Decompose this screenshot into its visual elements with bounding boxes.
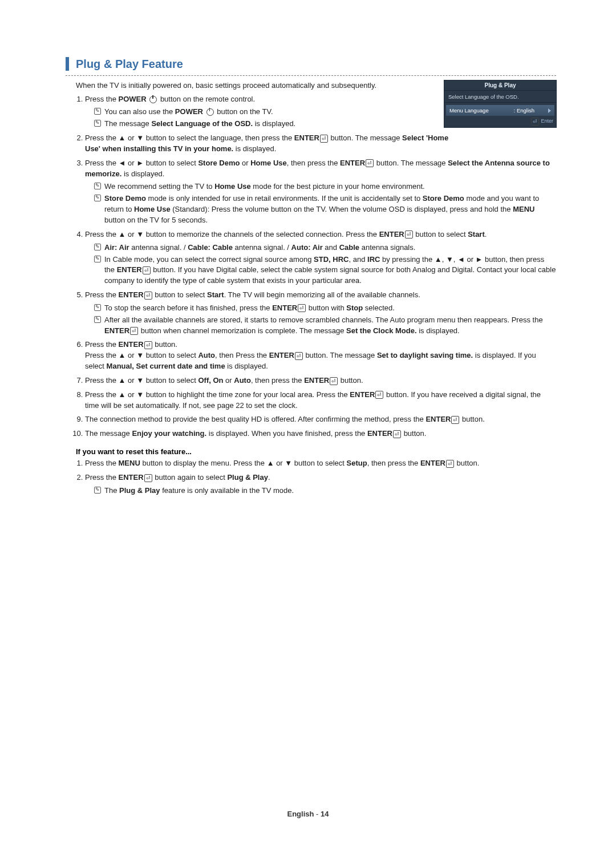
note: The Plug & Play feature is only availabl…	[94, 486, 556, 496]
note: You can also use the POWER button on the…	[94, 107, 556, 118]
step-4: Press the ▲ or ▼ button to memorize the …	[85, 229, 556, 286]
reset-steps-list: Press the MENU button to display the men…	[66, 458, 556, 496]
note: In Cable mode, you can select the correc…	[94, 254, 556, 287]
enter-icon: ⏎	[451, 416, 459, 424]
reset-step-1: Press the MENU button to display the men…	[85, 458, 556, 469]
enter-icon: ⏎	[446, 460, 454, 468]
enter-icon: ⏎	[375, 391, 383, 399]
step-2: Press the ▲ or ▼ button to select the la…	[85, 133, 450, 155]
enter-icon: ⏎	[295, 352, 303, 360]
note: The message Select Language of the OSD. …	[94, 119, 556, 130]
note: After all the available channels are sto…	[94, 315, 556, 337]
enter-icon: ⏎	[405, 231, 413, 238]
footer-page-number: 14	[321, 810, 329, 818]
step-8: Press the ▲ or ▼ button to highlight the…	[85, 390, 556, 411]
step-9: The connection method to provide the bes…	[85, 414, 556, 425]
step-6: Press the ENTER⏎ button. Press the ▲ or …	[85, 339, 556, 372]
enter-icon: ⏎	[366, 159, 374, 167]
step-3: Press the ◄ or ► button to select Store …	[85, 158, 556, 226]
divider	[66, 75, 556, 76]
note: We recommend setting the TV to Home Use …	[94, 181, 556, 192]
page-footer: English - 14	[0, 810, 616, 818]
osd-instruction: Select Language of the OSD.	[444, 91, 557, 103]
enter-icon: ⏎	[320, 135, 328, 143]
enter-icon: ⏎	[298, 304, 306, 312]
reset-step-2: Press the ENTER⏎ button again to select …	[85, 472, 556, 496]
power-icon	[206, 108, 214, 116]
section-header: Plug & Play Feature	[66, 57, 556, 71]
reset-heading: If you want to reset this feature...	[76, 447, 556, 456]
enter-icon: ⏎	[330, 377, 338, 385]
steps-list: Press the POWER button on the remote con…	[66, 94, 556, 440]
enter-icon: ⏎	[393, 430, 401, 438]
step-10: The message Enjoy your watching. is disp…	[85, 428, 556, 439]
enter-icon: ⏎	[130, 327, 138, 335]
footer-language: English	[287, 810, 314, 818]
enter-icon: ⏎	[144, 292, 152, 300]
step-5: Press the ENTER⏎ button to select Start.…	[85, 290, 556, 336]
accent-bar	[66, 57, 69, 71]
note: Air: Air antenna signal. / Cable: Cable …	[94, 242, 556, 253]
step-7: Press the ▲ or ▼ button to select Off, O…	[85, 375, 556, 386]
note: Store Demo mode is only intended for use…	[94, 193, 556, 226]
enter-icon: ⏎	[143, 266, 151, 274]
section-title: Plug & Play Feature	[76, 57, 183, 71]
note: To stop the search before it has finishe…	[94, 303, 556, 314]
intro-text: When the TV is initially powered on, bas…	[76, 80, 441, 91]
osd-title: Plug & Play	[444, 80, 557, 91]
enter-icon: ⏎	[144, 341, 152, 349]
enter-icon: ⏎	[144, 474, 152, 482]
power-icon	[149, 96, 157, 103]
